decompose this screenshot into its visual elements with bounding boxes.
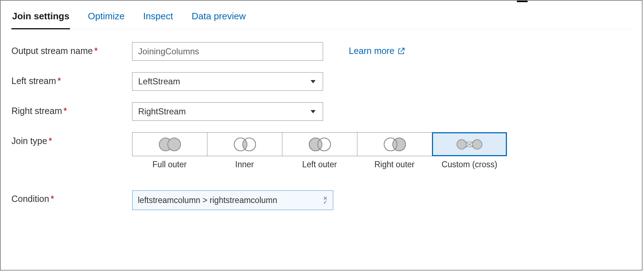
condition-input[interactable]: leftstreamcolumn > rightstreamcolumn ✕✓ [132, 190, 333, 210]
tab-bar: Join settings Optimize Inspect Data prev… [11, 6, 631, 29]
tab-join-settings[interactable]: Join settings [11, 6, 70, 29]
venn-right-outer-icon [380, 137, 410, 152]
join-type-caption: Custom (cross) [442, 160, 497, 169]
tab-optimize[interactable]: Optimize [87, 6, 125, 29]
venn-cross-icon [454, 137, 484, 152]
row-condition: Condition* leftstreamcolumn > rightstrea… [11, 190, 631, 210]
join-type-group: Full outer Inner [132, 132, 507, 169]
label-condition: Condition* [11, 190, 132, 204]
external-link-icon [397, 47, 405, 55]
join-type-inner[interactable]: Inner [207, 132, 282, 169]
label-right-stream: Right stream* [11, 102, 132, 116]
label-left-stream: Left stream* [11, 72, 132, 86]
window-handle [517, 0, 528, 2]
left-stream-value: LeftStream [138, 76, 180, 86]
join-type-caption: Inner [235, 160, 254, 169]
venn-left-outer-icon [305, 137, 335, 152]
row-output-stream-name: Output stream name* Learn more [11, 42, 631, 61]
tab-inspect[interactable]: Inspect [142, 6, 174, 29]
svg-point-21 [472, 139, 482, 149]
tab-data-preview[interactable]: Data preview [191, 6, 247, 29]
row-left-stream: Left stream* LeftStream [11, 72, 631, 91]
condition-value: leftstreamcolumn > rightstreamcolumn [138, 196, 277, 205]
label-output-stream-name: Output stream name* [11, 42, 132, 56]
row-right-stream: Right stream* RightStream [11, 102, 631, 121]
join-type-left-outer[interactable]: Left outer [282, 132, 357, 169]
label-join-type: Join type* [11, 132, 132, 146]
venn-full-outer-icon [155, 137, 185, 152]
left-stream-select[interactable]: LeftStream [132, 72, 323, 91]
right-stream-value: RightStream [138, 107, 186, 117]
svg-point-20 [457, 139, 467, 149]
venn-inner-icon [230, 137, 260, 152]
join-type-custom-cross[interactable]: Custom (cross) [432, 132, 507, 169]
caret-down-icon [311, 110, 316, 113]
row-join-type: Join type* Full outer [11, 132, 631, 169]
caret-down-icon [311, 80, 316, 83]
validate-clear-icon[interactable]: ✕✓ [323, 196, 328, 205]
join-type-caption: Full outer [152, 160, 187, 169]
join-type-full-outer[interactable]: Full outer [132, 132, 207, 169]
right-stream-select[interactable]: RightStream [132, 102, 323, 121]
learn-more-link[interactable]: Learn more [349, 42, 405, 56]
join-type-caption: Right outer [374, 160, 415, 169]
join-type-caption: Left outer [302, 160, 337, 169]
svg-point-1 [168, 138, 181, 151]
output-stream-name-input[interactable] [132, 42, 323, 61]
learn-more-label: Learn more [349, 46, 394, 56]
join-type-right-outer[interactable]: Right outer [357, 132, 432, 169]
